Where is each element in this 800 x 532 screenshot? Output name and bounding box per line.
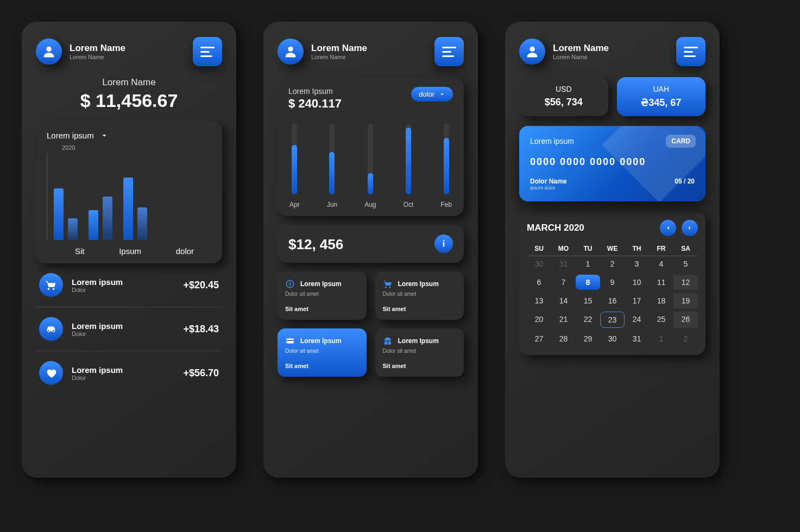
- avatar[interactable]: [36, 39, 62, 65]
- day-cell[interactable]: 30: [600, 331, 625, 346]
- dollar-icon: $: [285, 279, 295, 289]
- tx-title: Lorem ipsum: [72, 277, 174, 287]
- category-card[interactable]: Lorem IpsumDolor sit ametSit amet: [375, 328, 464, 377]
- cart-icon: [383, 279, 393, 289]
- day-cell[interactable]: 6: [527, 275, 551, 290]
- header-sub: Lorem Name: [311, 54, 427, 60]
- chevron-left-icon: [665, 225, 671, 231]
- avatar[interactable]: [278, 39, 304, 65]
- menu-button[interactable]: [676, 37, 705, 66]
- slider-col[interactable]: Jun: [327, 124, 337, 208]
- dow-cell: WE: [600, 242, 625, 256]
- heart-icon: [39, 361, 63, 385]
- chart-card: Lorem ipsum 2020 Sit Ipsum dolor: [36, 121, 222, 263]
- header-sub: Lorem Name: [553, 54, 669, 60]
- day-cell[interactable]: 27: [527, 331, 551, 346]
- credit-card[interactable]: Lorem ipsum CARD 0000 0000 0000 0000 Dol…: [519, 126, 705, 201]
- day-cell[interactable]: 12: [673, 275, 698, 290]
- day-cell[interactable]: 23: [600, 312, 625, 328]
- menu-button[interactable]: [193, 37, 222, 66]
- day-cell[interactable]: 24: [625, 312, 649, 328]
- day-cell[interactable]: 18: [649, 293, 673, 308]
- day-cell[interactable]: 4: [649, 256, 673, 271]
- car-icon: [39, 317, 63, 341]
- day-cell[interactable]: 20: [527, 312, 551, 328]
- slider-col[interactable]: Aug: [364, 124, 376, 208]
- category-grid: $Lorem IpsumDolor sit ametSit ametLorem …: [278, 271, 464, 377]
- day-cell[interactable]: 21: [551, 312, 576, 328]
- day-cell[interactable]: 31: [625, 331, 649, 346]
- svg-rect-5: [286, 340, 294, 341]
- bar-chart: [47, 153, 211, 240]
- menu-button[interactable]: [434, 37, 464, 66]
- day-cell[interactable]: 25: [649, 312, 673, 328]
- tx-title: Lorem ipsum: [72, 365, 174, 375]
- balance-label: Lorem Name: [36, 77, 222, 88]
- currency-value: $56, 734: [527, 97, 601, 108]
- info-button[interactable]: i: [434, 235, 453, 253]
- person-icon: [41, 44, 56, 59]
- tx-amount: +$18.43: [183, 324, 219, 335]
- day-cell[interactable]: 26: [673, 312, 698, 328]
- svg-point-1: [288, 47, 293, 52]
- day-cell[interactable]: 8: [576, 275, 600, 290]
- day-cell[interactable]: 22: [576, 312, 600, 328]
- balance-amount: $ 11,456.67: [36, 90, 222, 111]
- day-cell[interactable]: 2: [600, 256, 625, 271]
- day-cell[interactable]: 30: [527, 256, 551, 271]
- day-cell[interactable]: 16: [600, 293, 625, 308]
- phone-screen-1: Lorem Name Lorem Name Lorem Name $ 11,45…: [22, 22, 236, 478]
- day-cell[interactable]: 14: [551, 293, 576, 308]
- slider-col[interactable]: Oct: [404, 124, 414, 208]
- card-title: Lorem Ipsum: [300, 337, 341, 345]
- category-card[interactable]: Lorem IpsumDolor sit ametSit amet: [278, 328, 367, 377]
- day-cell[interactable]: 2: [673, 331, 698, 346]
- card-title: Lorem Ipsum: [398, 337, 439, 345]
- person-icon: [283, 44, 298, 59]
- currency-usd[interactable]: USD $56, 734: [519, 77, 608, 116]
- gift-icon: [383, 336, 393, 346]
- chart-dropdown-label: Lorem ipsum: [47, 131, 94, 140]
- pill-label: dolor: [419, 90, 434, 98]
- day-cell[interactable]: 9: [600, 275, 625, 290]
- day-cell[interactable]: 10: [625, 275, 649, 290]
- currency-uah[interactable]: UAH ₴345, 67: [617, 77, 706, 116]
- category-card[interactable]: $Lorem IpsumDolor sit ametSit amet: [278, 271, 367, 320]
- category-card[interactable]: Lorem IpsumDolor sit ametSit amet: [375, 271, 464, 320]
- calendar-next-button[interactable]: [682, 220, 698, 236]
- day-cell[interactable]: 31: [551, 256, 576, 271]
- day-cell[interactable]: 11: [649, 275, 673, 290]
- header-name: Lorem Name: [553, 43, 669, 54]
- card-sub: Dolor sit amet: [285, 291, 359, 297]
- chart-dropdown[interactable]: Lorem ipsum: [47, 131, 211, 140]
- avatar[interactable]: [519, 39, 545, 65]
- day-cell[interactable]: 1: [649, 331, 673, 346]
- day-cell[interactable]: 28: [551, 331, 576, 346]
- svg-text:$: $: [288, 281, 291, 287]
- day-cell[interactable]: 1: [576, 256, 600, 271]
- calendar-days-grid: 3031123456789101112131415161718192021222…: [527, 256, 698, 346]
- day-cell[interactable]: 17: [625, 293, 649, 308]
- day-cell[interactable]: 7: [551, 275, 576, 290]
- day-cell[interactable]: 29: [576, 331, 600, 346]
- filter-pill[interactable]: dolor: [411, 87, 453, 102]
- calendar-prev-button[interactable]: [660, 220, 676, 236]
- calendar-title: MARCH 2020: [527, 223, 584, 233]
- day-cell[interactable]: 13: [527, 293, 551, 308]
- slider-col[interactable]: Apr: [289, 124, 300, 208]
- day-cell[interactable]: 3: [625, 256, 649, 271]
- transaction-row[interactable]: Lorem ipsumDolor +$20.45: [36, 263, 222, 307]
- tx-title: Lorem ipsum: [72, 321, 174, 331]
- mockup-stage: Lorem Name Lorem Name Lorem Name $ 11,45…: [22, 22, 778, 478]
- header-sub: Lorem Name: [70, 54, 185, 60]
- chart-cat-label: dolor: [176, 246, 194, 256]
- slider-col[interactable]: Feb: [440, 124, 452, 208]
- chevron-down-icon: [439, 91, 445, 98]
- card-foot: Sit amet: [383, 306, 457, 312]
- day-cell[interactable]: 19: [673, 293, 698, 308]
- day-cell[interactable]: 5: [673, 256, 698, 271]
- day-cell[interactable]: 15: [576, 293, 600, 308]
- transaction-row[interactable]: Lorem ipsumDolor +$18.43: [36, 307, 222, 351]
- dow-cell: TH: [625, 242, 649, 256]
- transaction-row[interactable]: Lorem ipsumDolor +$56.70: [36, 351, 222, 395]
